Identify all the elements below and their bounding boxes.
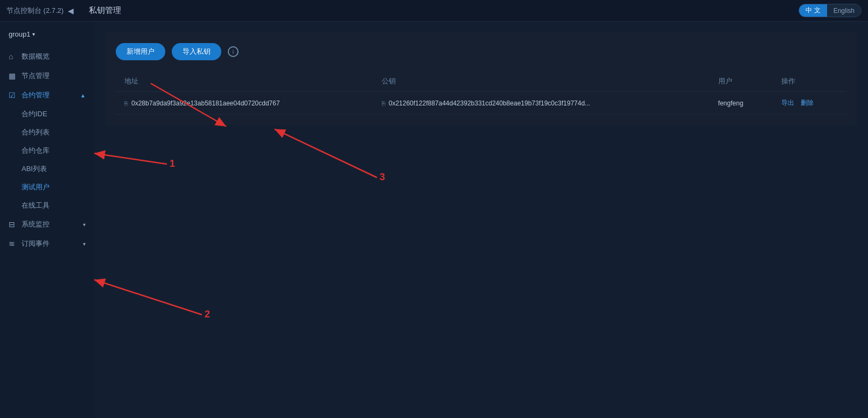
lang-zh-button[interactable]: 中 文	[799, 4, 827, 17]
main-wrapper: group1 ▾ ⌂ 数据概览 ▦ 节点管理 ☑ 合约管理 ▲ 合约IDE	[0, 22, 868, 418]
toolbar: 新增用户 导入私钥 i	[116, 43, 846, 60]
col-header-actions: 操作	[773, 71, 846, 92]
sidebar-item-label: 数据概览	[22, 52, 50, 61]
sidebar: group1 ▾ ⌂ 数据概览 ▦ 节点管理 ☑ 合约管理 ▲ 合约IDE	[0, 22, 94, 418]
add-user-button[interactable]: 新增用户	[116, 43, 165, 60]
chevron-down-icon: ▾	[83, 222, 86, 228]
group-selector[interactable]: group1 ▾	[0, 26, 94, 42]
pubkey-value: 0x21260f122f887a44d42392b331cd240b8eae19…	[389, 100, 590, 107]
sidebar-item-data-overview[interactable]: ⌂ 数据概览	[0, 47, 94, 66]
content-area: 新增用户 导入私钥 i 地址 公钥 用户 操作	[94, 22, 868, 418]
action-buttons: 导出 删除	[781, 98, 838, 108]
sidebar-item-label: 合约管理	[22, 90, 50, 100]
data-table: 地址 公钥 用户 操作 ⎘ 0x28b7a9da9f3a92e13ab58181…	[116, 71, 846, 115]
cell-user: fengfeng	[710, 92, 773, 115]
sidebar-item-contract-management[interactable]: ☑ 合约管理 ▲	[0, 86, 94, 105]
table-row: ⎘ 0x28b7a9da9f3a92e13ab58181aee04d0720cd…	[116, 92, 846, 115]
sidebar-item-online-tools[interactable]: 在线工具	[0, 196, 94, 215]
monitor-icon: ⊟	[9, 220, 17, 229]
top-bar: 节点控制台 (2.7.2) ◀ 私钥管理 中 文 English	[0, 0, 868, 22]
sidebar-item-contract-repo[interactable]: 合约仓库	[0, 141, 94, 160]
chevron-up-icon: ▲	[80, 93, 86, 98]
sidebar-item-label: 订阅事件	[22, 239, 50, 249]
sidebar-item-subscribe-events[interactable]: ≋ 订阅事件 ▾	[0, 234, 94, 253]
lang-switcher: 中 文 English	[799, 4, 862, 17]
sidebar-item-test-user[interactable]: 测试用户	[0, 178, 94, 196]
table-card: 新增用户 导入私钥 i 地址 公钥 用户 操作	[105, 32, 857, 125]
app-title: 节点控制台 (2.7.2)	[6, 6, 64, 16]
group-arrow-icon: ▾	[32, 31, 35, 37]
cell-address: ⎘ 0x28b7a9da9f3a92e13ab58181aee04d0720cd…	[116, 92, 373, 115]
col-header-user: 用户	[710, 71, 773, 92]
sidebar-item-label: 系统监控	[22, 219, 50, 229]
sidebar-item-contract-ide[interactable]: 合约IDE	[0, 105, 94, 123]
sidebar-item-label: 节点管理	[22, 71, 50, 81]
main-layout: group1 ▾ ⌂ 数据概览 ▦ 节点管理 ☑ 合约管理 ▲ 合约IDE	[0, 22, 868, 418]
sidebar-item-system-monitor[interactable]: ⊟ 系统监控 ▾	[0, 215, 94, 234]
sub-nav-contract: 合约IDE 合约列表 合约仓库 ABI列表 测试用户 在线工具	[0, 105, 94, 215]
info-icon[interactable]: i	[228, 46, 239, 57]
page-title: 私钥管理	[89, 5, 121, 16]
calendar-icon: ▦	[9, 72, 17, 80]
collapse-button[interactable]: ◀	[68, 6, 74, 15]
lang-en-button[interactable]: English	[827, 4, 861, 17]
feed-icon: ≋	[9, 239, 17, 248]
table-header-row: 地址 公钥 用户 操作	[116, 71, 846, 92]
cell-actions: 导出 删除	[773, 92, 846, 115]
import-key-button[interactable]: 导入私钥	[172, 43, 221, 60]
pubkey-cell: ⎘ 0x21260f122f887a44d42392b331cd240b8eae…	[382, 100, 701, 107]
copy-icon[interactable]: ⎘	[124, 100, 128, 107]
col-header-address: 地址	[116, 71, 373, 92]
group-name: group1	[9, 30, 30, 38]
copy-pubkey-icon[interactable]: ⎘	[382, 100, 386, 107]
sidebar-item-node-management[interactable]: ▦ 节点管理	[0, 66, 94, 86]
contract-icon: ☑	[9, 91, 17, 100]
col-header-pubkey: 公钥	[373, 71, 710, 92]
home-icon: ⌂	[9, 52, 17, 61]
address-value: 0x28b7a9da9f3a92e13ab58181aee04d0720cdd7…	[131, 100, 280, 107]
cell-pubkey: ⎘ 0x21260f122f887a44d42392b331cd240b8eae…	[373, 92, 710, 115]
address-cell: ⎘ 0x28b7a9da9f3a92e13ab58181aee04d0720cd…	[124, 100, 365, 107]
chevron-down-icon-2: ▾	[83, 241, 86, 247]
top-bar-left: 节点控制台 (2.7.2) ◀ 私钥管理	[6, 5, 121, 16]
sidebar-item-contract-list[interactable]: 合约列表	[0, 123, 94, 141]
sidebar-item-abi-list[interactable]: ABI列表	[0, 160, 94, 178]
delete-button[interactable]: 删除	[801, 98, 814, 108]
export-button[interactable]: 导出	[781, 98, 794, 108]
